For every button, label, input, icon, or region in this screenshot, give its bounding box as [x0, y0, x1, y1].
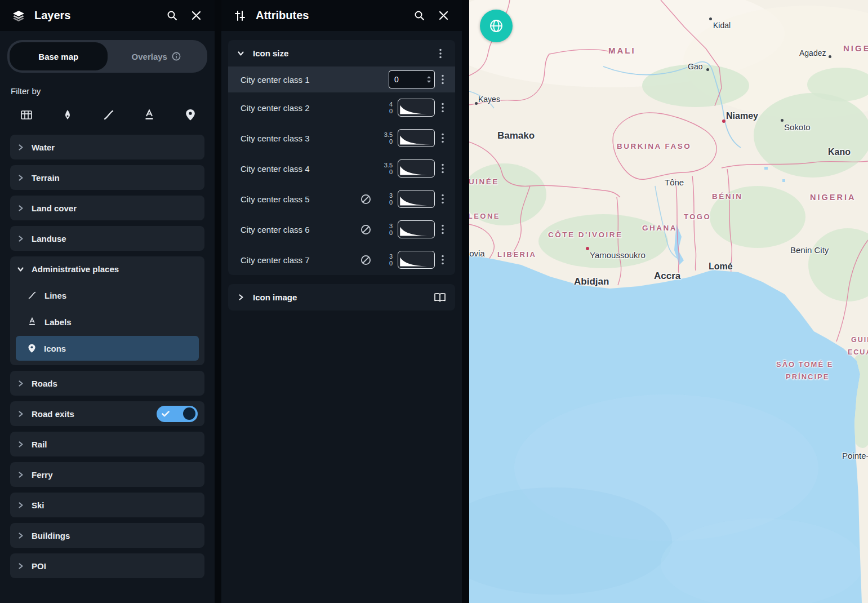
layer-group-terrain[interactable]: Terrain — [10, 165, 204, 190]
attributes-panel: Attributes Icon size City center class 1… — [221, 0, 462, 603]
icon-image-section-header[interactable]: Icon image — [228, 284, 455, 311]
layer-group-road-exits[interactable]: Road exits — [10, 401, 204, 426]
sublayer-labels[interactable]: Labels — [16, 309, 199, 334]
sprite-library-icon[interactable] — [431, 289, 448, 306]
layer-group-ski[interactable]: Ski — [10, 493, 204, 517]
attr-row-label: City center class 6 — [241, 225, 353, 234]
layers-panel: Layers Base map Overlays Filter by — [0, 0, 215, 603]
city-label: Monrovia — [469, 249, 485, 258]
layers-panel-title: Layers — [34, 9, 71, 22]
sublayer-lines[interactable]: Lines — [16, 283, 199, 308]
marker-icon — [27, 343, 37, 354]
layer-group-water[interactable]: Water — [10, 135, 204, 159]
layer-group-roads[interactable]: Roads — [10, 371, 204, 396]
attr-row-label: City center class 4 — [241, 164, 353, 174]
chevron-right-icon — [17, 205, 24, 212]
city-label: Benin City — [790, 245, 829, 255]
city-dot — [475, 102, 478, 105]
ramp-control[interactable] — [398, 220, 435, 238]
layer-group-ferry[interactable]: Ferry — [10, 462, 204, 487]
chevron-right-icon — [17, 380, 24, 387]
attr-row-city-center-class-4[interactable]: City center class 4 3.50 — [228, 153, 455, 184]
kebab-menu-icon[interactable] — [435, 255, 451, 265]
ramp-control[interactable] — [398, 190, 435, 208]
attr-row-label: City center class 3 — [241, 134, 353, 143]
ramp-control[interactable] — [398, 159, 435, 178]
attributes-icon — [232, 7, 248, 24]
attr-row-city-center-class-5[interactable]: City center class 5 30 — [228, 184, 455, 214]
ramp-control[interactable] — [398, 129, 435, 147]
chevron-right-icon — [17, 532, 24, 539]
label-icon — [27, 317, 37, 327]
globe-button[interactable] — [480, 10, 513, 42]
tab-base-map[interactable]: Base map — [10, 42, 108, 70]
city-label: Gao — [688, 62, 702, 71]
layer-group-landuse[interactable]: Landuse — [10, 226, 204, 251]
city-label: Abidjan — [574, 276, 609, 287]
visibility-off-icon[interactable] — [360, 193, 372, 205]
layer-group-label: Landuse — [32, 234, 66, 243]
table-icon[interactable] — [17, 105, 36, 125]
sublayer-icons[interactable]: Icons — [16, 336, 199, 361]
attributes-close-icon[interactable] — [435, 7, 452, 24]
layer-group-list: Water Terrain Land cover Landuse Adminis… — [0, 127, 215, 584]
ramp-control[interactable] — [398, 251, 435, 269]
label-icon[interactable] — [140, 105, 159, 125]
attr-row-label: City center class 7 — [241, 255, 353, 265]
layer-group-label: Water — [32, 143, 55, 152]
layer-group-buildings[interactable]: Buildings — [10, 523, 204, 548]
ink-pen-icon[interactable] — [58, 105, 77, 125]
country-label: TOGO — [684, 212, 711, 221]
road-exits-toggle[interactable] — [157, 406, 198, 422]
layer-group-land-cover[interactable]: Land cover — [10, 196, 204, 220]
country-label: MALI — [608, 46, 636, 55]
attr-row-city-center-class-1[interactable]: City center class 1 0 — [228, 66, 455, 92]
marker-icon[interactable] — [181, 105, 200, 125]
attr-row-city-center-class-7[interactable]: City center class 7 30 — [228, 245, 455, 275]
layer-group-rail[interactable]: Rail — [10, 432, 204, 456]
chevron-right-icon — [17, 235, 24, 242]
layer-group-administrative-places-header[interactable]: Administrative places — [10, 256, 204, 281]
chevron-right-icon — [17, 441, 24, 448]
city-label: Yamoussoukro — [590, 250, 646, 260]
range-min: 0 — [389, 138, 393, 145]
layer-group-label: Ski — [32, 500, 44, 510]
line-icon — [27, 290, 37, 300]
kebab-menu-icon[interactable] — [433, 48, 448, 59]
range-min: 0 — [389, 108, 393, 114]
layer-group-label: Road exits — [32, 409, 74, 419]
range-max: 3.5 — [384, 131, 393, 138]
kebab-menu-icon[interactable] — [435, 74, 451, 85]
range-max: 3.5 — [384, 162, 393, 169]
city-dot — [709, 17, 712, 20]
kebab-menu-icon[interactable] — [435, 224, 451, 234]
icon-size-value: 0 — [394, 75, 399, 84]
kebab-menu-icon[interactable] — [435, 163, 451, 174]
icon-size-value-input[interactable]: 0 — [389, 70, 435, 88]
visibility-off-icon[interactable] — [360, 224, 372, 236]
layers-search-icon[interactable] — [163, 7, 180, 24]
sublayer-label: Labels — [44, 317, 72, 327]
attr-row-city-center-class-3[interactable]: City center class 3 3.50 — [228, 123, 455, 153]
attr-row-label: City center class 2 — [241, 103, 353, 113]
spinner-icon[interactable] — [426, 75, 431, 84]
attributes-search-icon[interactable] — [411, 7, 428, 24]
visibility-off-icon[interactable] — [360, 254, 372, 266]
layer-group-poi[interactable]: POI — [10, 553, 204, 578]
icon-size-section-header[interactable]: Icon size — [228, 40, 455, 66]
city-label: Tône — [665, 178, 684, 187]
layers-close-icon[interactable] — [188, 7, 204, 24]
attr-row-city-center-class-6[interactable]: City center class 6 30 — [228, 214, 455, 245]
kebab-menu-icon[interactable] — [435, 194, 451, 204]
kebab-menu-icon[interactable] — [435, 103, 451, 113]
ramp-control[interactable] — [398, 99, 435, 117]
city-label: Bamako — [497, 130, 535, 141]
country-label: BURKINA FASO — [617, 142, 691, 150]
tab-overlays[interactable]: Overlays — [108, 42, 206, 70]
line-icon[interactable] — [99, 105, 118, 125]
kebab-menu-icon[interactable] — [435, 133, 451, 143]
country-label: CÔTE D'IVOIRE — [548, 230, 622, 239]
attr-row-city-center-class-2[interactable]: City center class 2 40 — [228, 92, 455, 123]
map-canvas[interactable]: MALI NIGER BURKINA FASO GUINÉE SIERRA LE… — [469, 0, 868, 603]
tab-base-map-label: Base map — [38, 52, 78, 61]
